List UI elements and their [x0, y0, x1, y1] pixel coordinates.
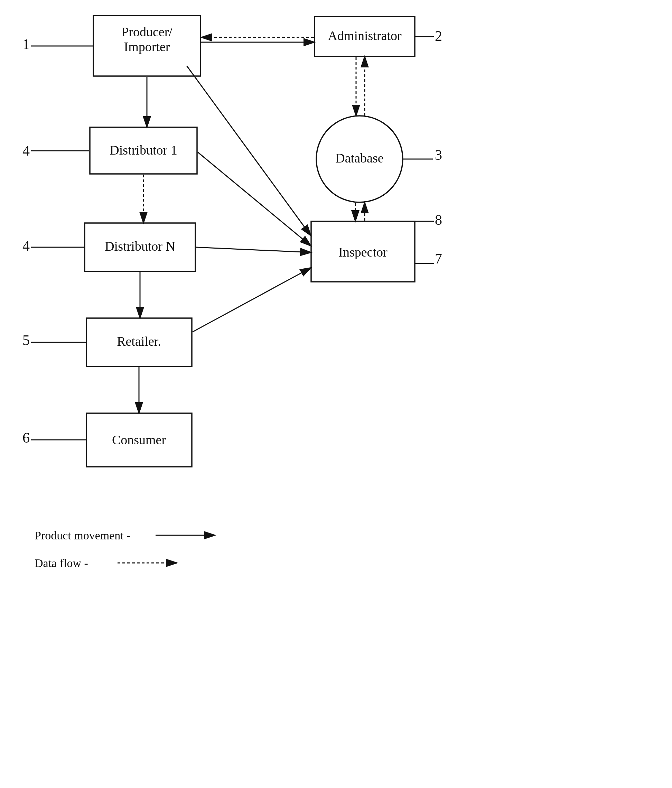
number-5: 5: [22, 332, 30, 348]
number-6: 6: [22, 430, 30, 446]
diagram-container: Producer/ Importer Administrator Distrib…: [0, 0, 672, 788]
database-label: Database: [335, 151, 383, 165]
producer-label: Producer/: [121, 25, 173, 39]
retailer-label: Retailer.: [117, 334, 161, 348]
number-2: 2: [435, 28, 442, 44]
producer-label2: Importer: [124, 40, 170, 54]
legend-product-movement-label: Product movement -: [35, 529, 131, 542]
svg-line-20: [198, 152, 310, 246]
distributorN-label: Distributor N: [105, 239, 175, 253]
number-4a: 4: [22, 143, 30, 159]
consumer-label: Consumer: [112, 432, 166, 447]
number-7: 7: [435, 251, 442, 267]
inspector-label: Inspector: [338, 245, 388, 259]
legend-data-flow-label: Data flow -: [35, 557, 88, 569]
number-4b: 4: [22, 238, 30, 254]
svg-line-22: [192, 268, 310, 332]
svg-line-19: [187, 66, 310, 235]
administrator-label: Administrator: [328, 29, 402, 43]
number-1: 1: [22, 36, 30, 52]
svg-line-21: [196, 247, 310, 253]
number-3: 3: [435, 147, 442, 163]
number-8: 8: [435, 212, 442, 228]
distributor1-label: Distributor 1: [110, 143, 177, 157]
